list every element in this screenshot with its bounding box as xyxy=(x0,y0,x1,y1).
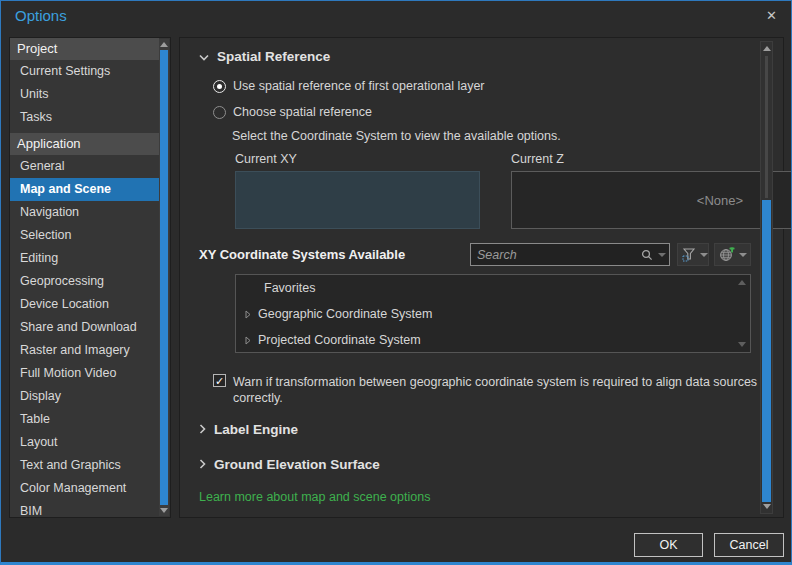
radio-row-first-layer[interactable]: Use spatial reference of first operation… xyxy=(213,79,485,93)
sidebar-item-layout[interactable]: Layout xyxy=(10,431,159,454)
options-sidebar: Project Current Settings Units Tasks App… xyxy=(9,37,171,518)
tree-item-geographic[interactable]: Geographic Coordinate System xyxy=(236,301,750,327)
add-dropdown-icon[interactable] xyxy=(739,253,747,257)
tree-item-favorites[interactable]: Favorites xyxy=(236,275,750,301)
panel-scrollbar-thumb[interactable] xyxy=(762,200,771,502)
coordinate-search-box[interactable] xyxy=(470,243,670,266)
search-icon[interactable] xyxy=(639,249,655,261)
sidebar-item-color-management[interactable]: Color Management xyxy=(10,477,159,500)
section-ground-elevation-surface[interactable]: Ground Elevation Surface xyxy=(199,457,380,472)
sidebar-item-units[interactable]: Units xyxy=(10,83,159,106)
checkbox-checked-icon[interactable]: ✓ xyxy=(213,374,226,387)
section-spatial-reference[interactable]: Spatial Reference xyxy=(199,49,330,64)
sidebar-item-text-and-graphics[interactable]: Text and Graphics xyxy=(10,454,159,477)
sidebar-item-display[interactable]: Display xyxy=(10,385,159,408)
tree-scroll-up-icon[interactable] xyxy=(738,280,746,285)
current-xy-label: Current XY xyxy=(235,152,297,166)
panel-scrollbar[interactable] xyxy=(760,41,773,514)
coordinate-system-tree: Favorites Geographic Coordinate System P… xyxy=(235,274,751,353)
search-input[interactable] xyxy=(471,248,639,262)
section-title: Label Engine xyxy=(214,422,298,437)
scrollbar-track[interactable] xyxy=(765,56,768,198)
sidebar-item-table[interactable]: Table xyxy=(10,408,159,431)
map-and-scene-panel: Spatial Reference Use spatial reference … xyxy=(179,37,784,518)
radio-row-choose[interactable]: Choose spatial reference xyxy=(213,105,372,119)
expander-icon[interactable] xyxy=(245,336,251,345)
sidebar-item-raster-and-imagery[interactable]: Raster and Imagery xyxy=(10,339,159,362)
section-label-engine[interactable]: Label Engine xyxy=(199,422,298,437)
scroll-up-icon[interactable] xyxy=(763,46,771,51)
sidebar-scrollbar[interactable] xyxy=(159,39,169,516)
search-dropdown-icon[interactable] xyxy=(658,253,666,257)
sidebar-item-current-settings[interactable]: Current Settings xyxy=(10,60,159,83)
sidebar-item-editing[interactable]: Editing xyxy=(10,247,159,270)
xy-available-label: XY Coordinate Systems Available xyxy=(199,247,405,262)
learn-more-link[interactable]: Learn more about map and scene options xyxy=(199,490,430,504)
sidebar-list: Project Current Settings Units Tasks App… xyxy=(10,38,159,517)
tree-item-label[interactable]: Projected Coordinate System xyxy=(258,333,421,347)
sidebar-item-selection[interactable]: Selection xyxy=(10,224,159,247)
tree-item-projected[interactable]: Projected Coordinate System xyxy=(236,327,750,353)
current-z-value: <None> xyxy=(697,193,743,208)
radio-unselected-icon[interactable] xyxy=(213,106,226,119)
current-z-label: Current Z xyxy=(511,152,564,166)
filter-dropdown-icon[interactable] xyxy=(700,253,708,257)
sidebar-item-general[interactable]: General xyxy=(10,155,159,178)
chevron-right-icon xyxy=(199,422,206,437)
sidebar-scrollbar-thumb[interactable] xyxy=(160,50,168,505)
radio-choose-label[interactable]: Choose spatial reference xyxy=(233,105,372,119)
sidebar-item-geoprocessing[interactable]: Geoprocessing xyxy=(10,270,159,293)
section-title: Ground Elevation Surface xyxy=(214,457,380,472)
globe-add-icon xyxy=(719,247,735,262)
radio-first-layer-label[interactable]: Use spatial reference of first operation… xyxy=(233,79,485,93)
scroll-up-icon[interactable] xyxy=(160,42,168,47)
warn-checkbox-row[interactable]: ✓ Warn if transformation between geograp… xyxy=(213,374,761,406)
ok-button[interactable]: OK xyxy=(634,533,703,557)
scroll-down-icon[interactable] xyxy=(160,508,168,513)
filter-button[interactable] xyxy=(677,243,709,266)
sidebar-item-share-and-download[interactable]: Share and Download xyxy=(10,316,159,339)
tree-item-label[interactable]: Geographic Coordinate System xyxy=(258,307,432,321)
coordinate-system-instruction: Select the Coordinate System to view the… xyxy=(232,129,561,143)
sidebar-item-map-and-scene[interactable]: Map and Scene xyxy=(10,178,159,201)
options-dialog: Options ✕ Project Current Settings Units… xyxy=(0,0,792,565)
expander-icon[interactable] xyxy=(245,310,251,319)
chevron-down-icon xyxy=(199,49,209,64)
filter-icon xyxy=(682,248,696,262)
current-z-box: <None> xyxy=(511,171,792,229)
tree-item-label[interactable]: Favorites xyxy=(264,281,315,295)
current-xy-box xyxy=(235,171,480,229)
sidebar-item-full-motion-video[interactable]: Full Motion Video xyxy=(10,362,159,385)
add-coordinate-system-button[interactable] xyxy=(714,243,751,266)
close-icon[interactable]: ✕ xyxy=(766,8,777,23)
radio-selected-icon[interactable] xyxy=(213,80,226,93)
sidebar-item-tasks[interactable]: Tasks xyxy=(10,106,159,129)
warn-checkbox-label[interactable]: Warn if transformation between geographi… xyxy=(233,374,761,406)
chevron-right-icon xyxy=(199,457,206,472)
sidebar-item-navigation[interactable]: Navigation xyxy=(10,201,159,224)
scroll-down-icon[interactable] xyxy=(763,504,771,509)
sidebar-group-project: Project xyxy=(10,38,159,60)
section-title: Spatial Reference xyxy=(217,49,330,64)
sidebar-item-device-location[interactable]: Device Location xyxy=(10,293,159,316)
dialog-title: Options xyxy=(15,7,67,24)
sidebar-group-application: Application xyxy=(10,133,159,155)
tree-scroll-down-icon[interactable] xyxy=(738,342,746,347)
cancel-button[interactable]: Cancel xyxy=(714,533,784,557)
sidebar-item-bim[interactable]: BIM xyxy=(10,500,159,517)
